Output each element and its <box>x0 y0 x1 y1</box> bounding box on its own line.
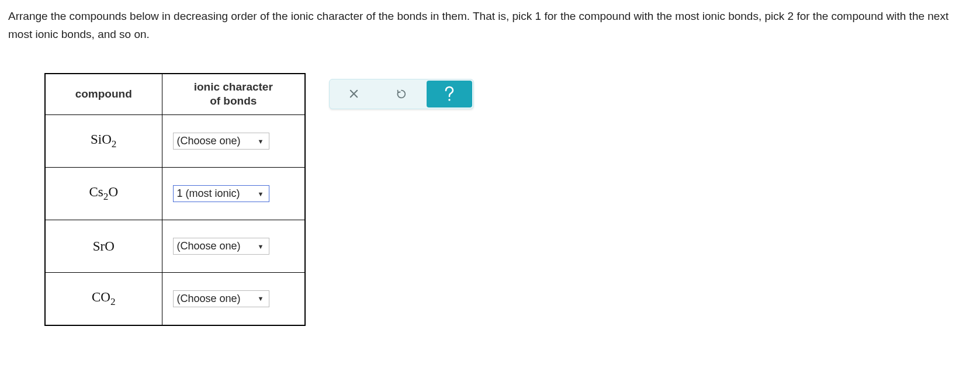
compound-cell: Cs2O <box>45 168 162 220</box>
select-label: (Choose one) <box>177 293 241 305</box>
chevron-down-icon: ▼ <box>258 138 264 145</box>
ionic-select[interactable]: 1 (most ionic)▼ <box>173 185 269 202</box>
chevron-down-icon: ▼ <box>258 190 264 197</box>
compound-formula: Cs2O <box>89 185 118 199</box>
question-text: Arrange the compounds below in decreasin… <box>8 7 972 44</box>
ionic-select[interactable]: (Choose one)▼ <box>173 290 269 307</box>
clear-button[interactable] <box>330 79 378 109</box>
table-row: SiO2(Choose one)▼ <box>45 115 305 168</box>
toolbar <box>329 79 474 109</box>
ionic-select[interactable]: (Choose one)▼ <box>173 133 269 150</box>
compound-cell: SiO2 <box>45 115 162 168</box>
table-row: Cs2O1 (most ionic)▼ <box>45 168 305 220</box>
close-icon <box>348 88 359 99</box>
select-cell: (Choose one)▼ <box>162 220 305 273</box>
compound-cell: CO2 <box>45 273 162 325</box>
select-label: 1 (most ionic) <box>177 188 240 200</box>
header-ionic: ionic characterof bonds <box>162 74 305 115</box>
compound-formula: CO2 <box>92 290 116 304</box>
table-row: CO2(Choose one)▼ <box>45 273 305 325</box>
select-cell: (Choose one)▼ <box>162 273 305 325</box>
compound-formula: SrO <box>93 239 115 254</box>
compound-table: compound ionic characterof bonds SiO2(Ch… <box>44 73 306 326</box>
help-button[interactable] <box>427 81 472 107</box>
svg-point-0 <box>448 99 450 100</box>
chevron-down-icon: ▼ <box>258 295 264 302</box>
select-cell: 1 (most ionic)▼ <box>162 168 305 220</box>
content-row: compound ionic characterof bonds SiO2(Ch… <box>8 73 972 326</box>
select-label: (Choose one) <box>177 135 241 147</box>
ionic-select[interactable]: (Choose one)▼ <box>173 238 269 255</box>
undo-icon <box>395 88 408 100</box>
table-row: SrO(Choose one)▼ <box>45 220 305 273</box>
select-label: (Choose one) <box>177 240 241 252</box>
table-body: SiO2(Choose one)▼Cs2O1 (most ionic)▼SrO(… <box>45 115 305 325</box>
header-compound: compound <box>45 74 162 115</box>
question-icon <box>443 85 456 103</box>
reset-button[interactable] <box>378 79 425 109</box>
compound-formula: SiO2 <box>91 132 116 147</box>
select-cell: (Choose one)▼ <box>162 115 305 168</box>
compound-cell: SrO <box>45 220 162 273</box>
chevron-down-icon: ▼ <box>258 243 264 250</box>
